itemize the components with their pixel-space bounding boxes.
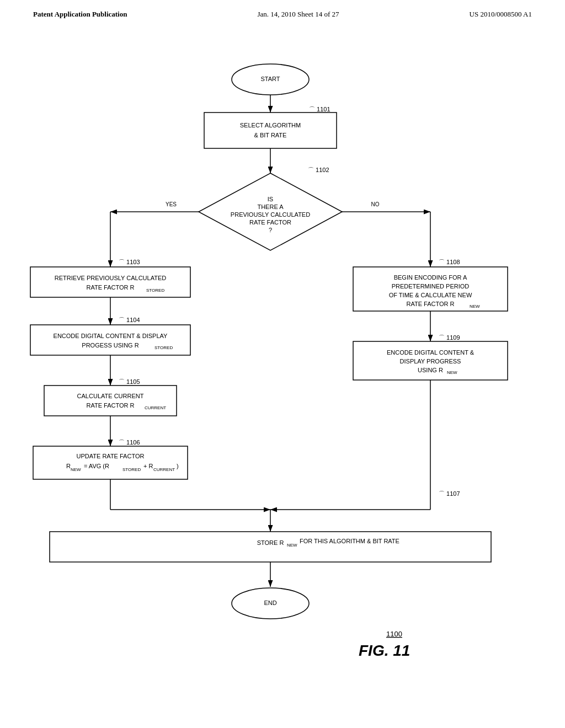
- ref-1102: ⌒ 1102: [308, 167, 329, 173]
- ref-1105: ⌒ 1105: [119, 378, 140, 385]
- diamond-text1: IS: [268, 196, 273, 202]
- node-1105-text2: RATE FACTOR R: [87, 402, 135, 409]
- yes-label: YES: [166, 201, 177, 207]
- node-1101-text-line2: & BIT RATE: [254, 132, 287, 138]
- node-1107-sub: NEW: [287, 543, 297, 548]
- no-label: NO: [371, 201, 380, 207]
- node-1109-sub: NEW: [447, 370, 457, 375]
- node-1101-text-line1: SELECT ALGORITHM: [240, 122, 301, 129]
- diamond-text2: THERE A: [257, 204, 284, 210]
- ref-1109: ⌒ 1109: [439, 334, 460, 341]
- node-1101: [204, 113, 337, 148]
- node-1107-text1: STORE R: [257, 539, 284, 546]
- node-1108-text1: BEGIN ENCODING FOR A: [394, 274, 467, 281]
- node-1106-text2: R: [66, 463, 71, 469]
- node-1103-sub: STORED: [146, 288, 164, 293]
- header-right: US 2010/0008500 A1: [470, 10, 532, 19]
- start-label: START: [260, 76, 280, 82]
- node-1104-sub: STORED: [154, 345, 173, 350]
- node-1103: [30, 267, 190, 297]
- node-1104-text1: ENCODE DIGITAL CONTENT & DISPLAY: [54, 333, 168, 339]
- node-1103-text2: RATE FACTOR R: [87, 284, 135, 291]
- ref-1108: ⌒ 1108: [439, 259, 460, 265]
- ref-1104: ⌒ 1104: [119, 317, 140, 323]
- header-center: Jan. 14, 2010 Sheet 14 of 27: [258, 10, 339, 19]
- node-1107-text2: FOR THIS ALGORITHM & BIT RATE: [300, 538, 399, 544]
- node-1106-text1: UPDATE RATE FACTOR: [77, 453, 145, 459]
- node-1106-plus: + R: [143, 463, 153, 469]
- node-1104-text2: PROGESS USING R: [82, 342, 138, 349]
- node-1108-text4: RATE FACTOR R: [407, 301, 455, 307]
- node-1105: [44, 386, 177, 416]
- diamond-text3: PREVIOUSLY CALCULATED: [231, 211, 310, 218]
- node-1106-sub2: STORED: [122, 467, 141, 472]
- ref-1106: ⌒ 1106: [119, 439, 140, 446]
- node-1104: [30, 325, 190, 355]
- ref-1101: ⌒ 1101: [309, 106, 331, 113]
- fig-label: FIG. 11: [359, 642, 410, 659]
- node-1106-paren: ): [177, 463, 179, 469]
- node-1109-text2: DISPLAY PROGRESS: [400, 358, 461, 365]
- node-1109-text1: ENCODE DIGITAL CONTENT &: [387, 349, 475, 356]
- diamond-text4: RATE FACTOR: [249, 219, 291, 226]
- node-1106-eq: = AVG (R: [84, 463, 109, 469]
- header-left: Patent Application Publication: [33, 10, 127, 19]
- diamond-text5: ?: [269, 227, 272, 233]
- page-header: Patent Application Publication Jan. 14, …: [0, 0, 565, 24]
- node-1106-sub3: CURRENT: [153, 467, 175, 472]
- node-1109-text3: USING R: [418, 367, 443, 373]
- fig-ref-number: 1100: [386, 630, 402, 638]
- node-1106-sub1: NEW: [71, 467, 81, 472]
- node-1105-sub: CURRENT: [145, 405, 166, 410]
- node-1107: [50, 532, 491, 562]
- node-1105-text1: CALCULATE CURRENT: [77, 393, 144, 399]
- node-1103-text1: RETRIEVE PREVIOUSLY CALCULATED: [55, 275, 166, 281]
- diagram-area: START ⌒ 1101 SELECT ALGORITHM & BIT RATE…: [0, 30, 565, 703]
- node-1108-sub: NEW: [470, 304, 480, 309]
- end-label: END: [264, 599, 276, 606]
- node-1106: [33, 446, 188, 479]
- ref-1107: ⌒ 1107: [439, 490, 460, 497]
- node-1108-text3: OF TIME & CALCULATE NEW: [389, 292, 472, 298]
- ref-1103: ⌒ 1103: [119, 259, 140, 265]
- node-1108-text2: PREDETERMINED PERIOD: [392, 283, 470, 290]
